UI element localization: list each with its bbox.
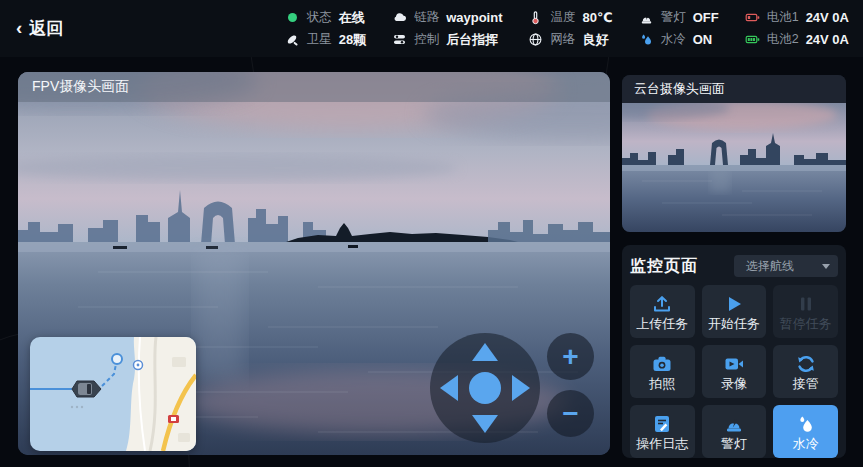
pause-icon bbox=[795, 293, 817, 315]
status-row: 网络 良好 bbox=[528, 30, 612, 49]
fpv-camera-panel: FPV摄像头画面 bbox=[18, 72, 610, 455]
stat-label: 控制 bbox=[414, 31, 439, 48]
upload-task-button[interactable]: 上传任务 bbox=[630, 285, 695, 338]
take-over-button[interactable]: 接管 bbox=[773, 345, 838, 398]
status-group-link1: 状态 在线 卫星 28颗 bbox=[285, 8, 366, 49]
water-drop-icon bbox=[639, 32, 654, 47]
gimbal-dpad bbox=[430, 333, 540, 443]
siren-icon bbox=[723, 413, 745, 435]
stat-label: 水冷 bbox=[661, 31, 686, 48]
back-button[interactable]: ‹ 返回 bbox=[16, 17, 63, 40]
battery-full-icon bbox=[745, 32, 760, 47]
stat-value: ON bbox=[693, 32, 713, 47]
upload-icon bbox=[651, 293, 673, 315]
minimap[interactable] bbox=[30, 337, 196, 451]
operation-log-button[interactable]: 操作日志 bbox=[630, 405, 695, 458]
status-indicators: 状态 在线 卫星 28颗 链路 waypoint bbox=[285, 8, 849, 49]
dpad-right-button[interactable] bbox=[512, 375, 530, 401]
status-row: 链路 waypoint bbox=[392, 8, 502, 27]
pause-task-button[interactable]: 暂停任务 bbox=[773, 285, 838, 338]
stat-value: 24V 0A bbox=[806, 32, 849, 47]
route-select[interactable]: 选择航线 bbox=[734, 255, 838, 277]
dpad-center-button[interactable] bbox=[469, 372, 501, 404]
stat-value: 后台指挥 bbox=[446, 31, 498, 49]
stat-value: waypoint bbox=[446, 10, 502, 25]
status-group-env: 温度 80℃ 网络 良好 bbox=[528, 8, 612, 49]
video-camera-icon bbox=[723, 353, 745, 375]
fpv-title: FPV摄像头画面 bbox=[32, 78, 129, 96]
status-row: 卫星 28颗 bbox=[285, 30, 366, 49]
satellite-icon bbox=[285, 32, 300, 47]
link-cloud-icon bbox=[392, 10, 407, 25]
zoom-out-button[interactable]: − bbox=[547, 390, 594, 437]
record-video-button[interactable]: 录像 bbox=[702, 345, 767, 398]
status-row: 警灯 OFF bbox=[639, 8, 719, 27]
back-label: 返回 bbox=[29, 17, 63, 40]
stat-value: 24V 0A bbox=[806, 10, 849, 25]
stat-label: 状态 bbox=[307, 9, 332, 26]
stat-value: 在线 bbox=[339, 9, 365, 27]
status-row: 状态 在线 bbox=[285, 8, 366, 27]
gimbal-camera-panel: 云台摄像头画面 bbox=[622, 75, 846, 232]
top-status-bar: ‹ 返回 状态 在线 卫星 28颗 bbox=[0, 0, 863, 57]
thermometer-icon bbox=[528, 10, 543, 25]
stat-label: 卫星 bbox=[307, 31, 332, 48]
back-chevron-icon: ‹ bbox=[16, 18, 22, 37]
log-notebook-icon bbox=[651, 413, 673, 435]
status-row: 控制 后台指挥 bbox=[392, 30, 502, 49]
stat-label: 警灯 bbox=[661, 9, 686, 26]
minimap-content bbox=[30, 337, 196, 451]
status-dot-icon bbox=[285, 10, 300, 25]
status-row: 电池2 24V 0A bbox=[745, 30, 849, 49]
vessel-icon bbox=[72, 381, 101, 397]
stat-label: 链路 bbox=[414, 9, 439, 26]
stat-label: 电池1 bbox=[767, 9, 799, 26]
status-group-batteries: 电池1 24V 0A 电池2 24V 0A bbox=[745, 8, 849, 49]
alarm-light-button[interactable]: 警灯 bbox=[702, 405, 767, 458]
stat-value: 良好 bbox=[582, 31, 608, 49]
takeover-cycle-icon bbox=[795, 353, 817, 375]
gimbal-title: 云台摄像头画面 bbox=[634, 80, 725, 98]
dpad-left-button[interactable] bbox=[440, 375, 458, 401]
route-select-value: 选择航线 bbox=[746, 258, 794, 275]
stat-label: 网络 bbox=[550, 31, 575, 48]
take-photo-button[interactable]: 拍照 bbox=[630, 345, 695, 398]
fpv-title-bar: FPV摄像头画面 bbox=[18, 72, 610, 102]
battery-low-icon bbox=[745, 10, 760, 25]
chevron-down-icon bbox=[822, 264, 830, 269]
status-row: 温度 80℃ bbox=[528, 8, 612, 27]
status-row: 水冷 ON bbox=[639, 30, 719, 49]
camera-icon bbox=[651, 353, 673, 375]
water-cooling-button[interactable]: 水冷 bbox=[773, 405, 838, 458]
stat-value: 28颗 bbox=[339, 31, 366, 49]
stat-value: 80℃ bbox=[582, 10, 612, 25]
dpad-down-button[interactable] bbox=[472, 415, 498, 433]
water-drop-icon bbox=[795, 413, 817, 435]
zoom-in-button[interactable]: + bbox=[547, 333, 594, 380]
network-globe-icon bbox=[528, 32, 543, 47]
stat-label: 温度 bbox=[550, 9, 575, 26]
start-task-button[interactable]: 开始任务 bbox=[702, 285, 767, 338]
status-group-devices: 警灯 OFF 水冷 ON bbox=[639, 8, 719, 49]
app-window: ‹ 返回 状态 在线 卫星 28颗 bbox=[0, 0, 863, 467]
stat-value: OFF bbox=[693, 10, 719, 25]
status-group-link2: 链路 waypoint 控制 后台指挥 bbox=[392, 8, 502, 49]
siren-icon bbox=[639, 10, 654, 25]
monitor-panel: 监控页面 选择航线 上传任务 开始任务 暂停任务 拍照 bbox=[622, 245, 846, 458]
control-sliders-icon bbox=[392, 32, 407, 47]
stat-label: 电池2 bbox=[767, 31, 799, 48]
status-row: 电池1 24V 0A bbox=[745, 8, 849, 27]
play-icon bbox=[723, 293, 745, 315]
gimbal-title-bar: 云台摄像头画面 bbox=[622, 75, 846, 103]
monitor-heading: 监控页面 bbox=[630, 256, 698, 277]
dpad-up-button[interactable] bbox=[472, 343, 498, 361]
monitor-header: 监控页面 选择航线 bbox=[630, 253, 838, 279]
task-button-grid: 上传任务 开始任务 暂停任务 拍照 录像 接管 bbox=[630, 285, 838, 458]
gimbal-video-feed bbox=[622, 103, 846, 232]
